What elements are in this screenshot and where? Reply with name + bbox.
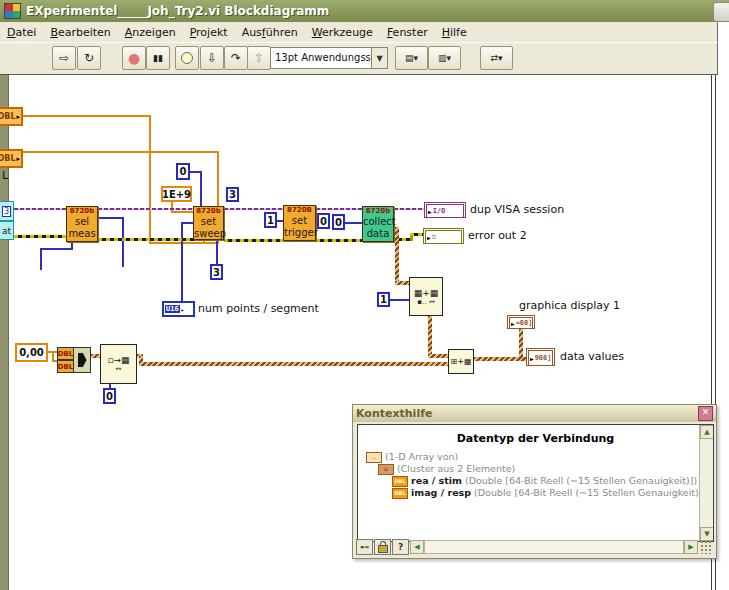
num-points-terminal[interactable]: U16 ▸ <box>162 301 195 317</box>
wiring-icon: ⊷ <box>360 542 369 552</box>
error-edge-terminal[interactable]: at <box>0 221 14 240</box>
align-objects-button[interactable]: ▤▾ <box>395 46 428 70</box>
distribute-objects-button[interactable]: ▥▾ <box>428 46 461 70</box>
menu-item-projekt[interactable]: Projekt <box>183 24 235 41</box>
vi-block-set-sweep[interactable]: 8720b set sweep <box>193 206 224 240</box>
error-out-2-label[interactable]: error out 2 <box>468 229 527 242</box>
align-objects-icon: ▤▾ <box>405 53 418 63</box>
horizontal-scrollbar-track[interactable] <box>424 540 684 554</box>
scroll-right-icon[interactable]: ▶ <box>684 540 698 554</box>
bundle-glyph-cell <box>74 347 91 373</box>
show-wiring-button[interactable]: ⊷ <box>356 539 373 555</box>
numeric-constant[interactable]: 0 <box>332 214 345 230</box>
wire-segment-b <box>390 299 410 301</box>
bundle-dbl-cell: DBL <box>57 360 74 373</box>
menu-item-hilfe[interactable]: Hilfe <box>435 24 474 41</box>
vi-block-line: set <box>284 215 315 227</box>
pause-button[interactable]: ▮▮ <box>146 46 170 70</box>
menu-item-ausfhren[interactable]: Ausführen <box>235 24 305 41</box>
step-over-button[interactable]: ↷ <box>224 46 248 70</box>
numeric-constant[interactable]: 1 <box>377 292 390 307</box>
scroll-up-icon[interactable]: ▲ <box>700 425 714 439</box>
dbl-terminal-type: DBL <box>0 112 15 121</box>
run-icon: ⇨ <box>59 51 69 65</box>
data-values-terminal-inner: ▶ 908] <box>528 350 553 366</box>
wire-segment-r <box>428 354 449 358</box>
titlebar-button[interactable] <box>713 2 729 22</box>
graphica-display-terminal[interactable]: ▶ =08] <box>507 315 535 329</box>
highlight-execution-button[interactable] <box>175 46 199 70</box>
close-icon[interactable]: ✕ <box>698 406 713 421</box>
vi-icon-quadrant <box>13 4 21 11</box>
scroll-left-icon[interactable]: ◀ <box>410 540 424 554</box>
vi-block-header: 8720B <box>284 206 315 215</box>
detailed-help-button[interactable]: ? <box>392 539 409 555</box>
num-points-label[interactable]: num points / segment <box>198 302 319 315</box>
run-continuous-button[interactable]: ↻ <box>77 46 101 70</box>
menu-item-anzeigen[interactable]: Anzeigen <box>118 24 183 41</box>
vi-block-header: 8720b <box>194 207 223 216</box>
lock-help-button[interactable] <box>374 539 391 555</box>
menu-item-fenster[interactable]: Fenster <box>380 24 435 41</box>
type-tree-text: (Cluster aus 2 Elemente) <box>397 463 515 475</box>
numeric-constant[interactable]: 0,00 <box>15 343 48 362</box>
menu-item-datei[interactable]: Datei <box>0 24 43 41</box>
error-edge-terminal-text: at <box>2 226 11 236</box>
graphica-display-label[interactable]: graphica display 1 <box>519 299 620 312</box>
vi-block-sel-meas[interactable]: 8720b sel meas <box>66 206 98 242</box>
dup-visa-session-terminal[interactable]: ▶ I/O <box>424 202 466 218</box>
bundle-node[interactable]: DBL DBL <box>57 347 91 373</box>
wire-segment-r <box>395 227 399 284</box>
vertical-scrollbar[interactable]: ▲ ▼ <box>699 425 713 541</box>
reorder-icon: ⇄▾ <box>490 53 502 63</box>
pause-icon: ▮▮ <box>153 53 163 63</box>
wire-segment-b <box>345 222 363 224</box>
array-subset-node[interactable]: ▦+▦ ▪‥ ↔ <box>409 277 443 316</box>
type-tree-row: ≡ (Cluster aus 2 Elemente) <box>378 463 713 475</box>
numeric-constant[interactable]: 1 <box>264 212 277 228</box>
vi-block-collect-data[interactable]: 8720b collect data <box>362 206 394 242</box>
build-array-node[interactable]: ⊞+▦ <box>448 349 474 374</box>
vi-block-line: sweep <box>194 228 223 240</box>
menu-item-bearbeiten[interactable]: Bearbeiten <box>43 24 117 41</box>
abort-button[interactable]: ● <box>122 46 146 70</box>
resize-grip[interactable] <box>700 540 713 554</box>
context-help-window[interactable]: Kontexthilfe ✕ Datentyp der Verbindung ‥… <box>352 404 717 559</box>
initialize-array-node[interactable]: ▫→▦ ↔ <box>100 344 137 384</box>
font-selector[interactable]: 13pt Anwendungsschriftart ▼ <box>270 47 388 69</box>
dup-visa-session-label[interactable]: dup VISA session <box>470 203 564 216</box>
numeric-constant[interactable]: 0 <box>317 213 330 229</box>
data-values-terminal[interactable]: ▶ 908] <box>526 348 555 366</box>
step-out-button[interactable]: ⇧ <box>247 46 271 70</box>
numeric-constant[interactable]: 0 <box>176 163 190 180</box>
visa-edge-terminal[interactable]: 3 <box>0 201 14 221</box>
dbl-terminal-2[interactable]: DBL▸ <box>0 149 23 168</box>
numeric-constant[interactable]: 3 <box>210 264 223 280</box>
context-help-body: Datentyp der Verbindung ‥ (1-D Array von… <box>357 424 714 542</box>
chevron-down-icon[interactable]: ▼ <box>371 48 387 68</box>
dbl-terminal-1[interactable]: DBL▸ <box>0 107 23 126</box>
wire-segment-p <box>224 208 284 210</box>
title-bar[interactable]: EXperimentel_____Joh_Try2.vi Blockdiagra… <box>0 0 729 22</box>
numeric-constant[interactable]: 3 <box>226 187 239 202</box>
numeric-constant[interactable]: 1E+9 <box>161 186 192 202</box>
error-out-2-terminal[interactable]: ▶ ∷ <box>423 228 464 244</box>
reorder-button[interactable]: ⇄▾ <box>480 46 513 70</box>
wire-segment-b <box>216 239 218 265</box>
vi-icon <box>4 3 21 19</box>
wire-segment-e <box>98 238 194 241</box>
vi-block-set-trigger[interactable]: 8720B set trigger <box>283 205 316 241</box>
step-over-icon: ↷ <box>231 51 241 65</box>
vi-block-line: sel <box>67 216 97 228</box>
type-tree-row: DBL imag / resp (Double [64-Bit Reell (~… <box>392 487 713 499</box>
numeric-constant[interactable]: 0 <box>103 388 116 404</box>
num-points-terminal-inner: U16 ▸ <box>164 303 193 315</box>
context-help-title-bar[interactable]: Kontexthilfe ✕ <box>353 405 716 422</box>
font-selector-value: 13pt Anwendungsschriftart <box>271 48 371 68</box>
data-values-label[interactable]: data values <box>560 350 624 363</box>
error-out-terminal-inner: ▶ ∷ <box>425 230 462 244</box>
bundle-dbl-cell: DBL <box>57 347 74 360</box>
menu-item-werkzeuge[interactable]: Werkzeuge <box>305 24 380 41</box>
step-into-button[interactable]: ⇩ <box>200 46 224 70</box>
run-button[interactable]: ⇨ <box>52 46 76 70</box>
